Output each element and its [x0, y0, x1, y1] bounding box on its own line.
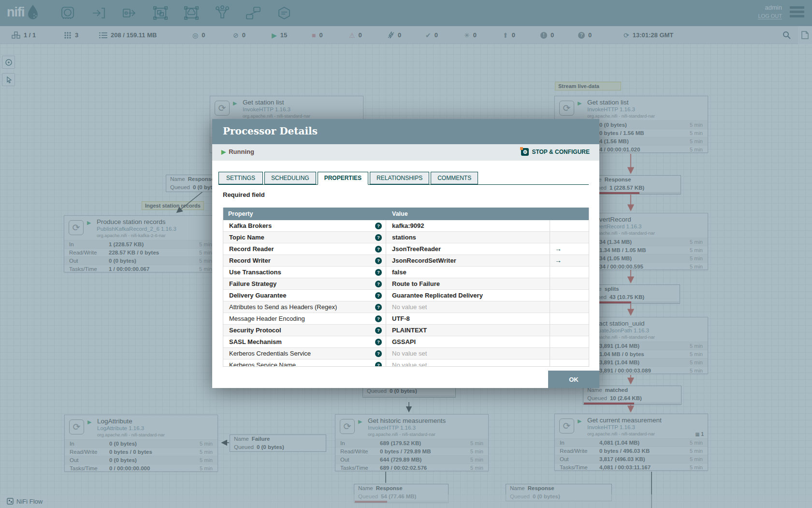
- tab-comments[interactable]: COMMENTS: [431, 172, 478, 184]
- table-row[interactable]: Delivery Guarantee? Guarantee Replicated…: [223, 290, 589, 301]
- dialog-tabs: SETTINGS SCHEDULING PROPERTIES RELATIONS…: [218, 172, 589, 185]
- property-name: Topic Name: [229, 234, 264, 241]
- property-name: Failure Strategy: [229, 280, 276, 287]
- table-row[interactable]: Kafka Brokers? kafka:9092: [223, 220, 589, 232]
- table-row[interactable]: Topic Name? stations: [223, 232, 589, 243]
- dialog-titlebar: Processor Details: [212, 119, 599, 144]
- help-icon[interactable]: ?: [375, 304, 382, 311]
- property-name: Use Transactions: [229, 269, 281, 276]
- required-field-note: Required field: [223, 191, 265, 198]
- go-to-service-icon[interactable]: →: [550, 255, 589, 266]
- table-row[interactable]: Message Header Encoding? UTF-8: [223, 313, 589, 325]
- property-value: Route to Failure: [392, 280, 440, 287]
- ok-button[interactable]: OK: [548, 371, 599, 388]
- property-value: PLAINTEXT: [392, 327, 427, 334]
- help-icon[interactable]: ?: [375, 234, 382, 241]
- processor-details-dialog: Processor Details ▶Running ⚙ STOP & CONF…: [212, 119, 599, 388]
- help-icon[interactable]: ?: [375, 315, 382, 322]
- property-value: No value set: [392, 350, 427, 357]
- table-header: Property Value: [223, 208, 589, 220]
- help-icon[interactable]: ?: [375, 269, 382, 276]
- tab-relationships[interactable]: RELATIONSHIPS: [370, 172, 429, 184]
- property-value: JsonRecordSetWriter: [392, 257, 456, 264]
- property-name: Attributes to Send as Headers (Regex): [229, 303, 337, 311]
- running-icon: ▶: [221, 149, 226, 155]
- help-icon[interactable]: ?: [375, 246, 382, 253]
- property-value: No value set: [392, 303, 427, 311]
- property-value: false: [392, 269, 406, 276]
- property-name: Kafka Brokers: [229, 222, 272, 229]
- property-value: stations: [392, 234, 416, 241]
- tab-settings[interactable]: SETTINGS: [218, 172, 263, 184]
- property-value: JsonTreeReader: [392, 245, 441, 253]
- stop-and-configure-button[interactable]: ⚙ STOP & CONFIGURE: [521, 148, 590, 156]
- property-value: Guarantee Replicated Delivery: [392, 292, 483, 299]
- table-row[interactable]: Kerberos Service Name? No value set: [223, 359, 589, 367]
- property-value: kafka:9092: [392, 222, 424, 229]
- property-column-header: Property: [223, 208, 386, 220]
- run-status: ▶Running: [221, 148, 254, 155]
- property-name: Record Writer: [229, 257, 271, 264]
- help-icon[interactable]: ?: [375, 223, 382, 229]
- property-name: Record Reader: [229, 245, 274, 253]
- nifi-app: Stream live-data Ingest station records …: [0, 0, 812, 508]
- property-name: Kerberos Credentials Service: [229, 350, 311, 357]
- table-row[interactable]: Failure Strategy? Route to Failure: [223, 278, 589, 290]
- help-icon[interactable]: ?: [375, 362, 382, 367]
- help-icon[interactable]: ?: [375, 339, 382, 345]
- property-value: UTF-8: [392, 315, 410, 322]
- dialog-status-strip: ▶Running ⚙ STOP & CONFIGURE: [212, 144, 599, 161]
- help-icon[interactable]: ?: [375, 292, 382, 299]
- table-row[interactable]: Use Transactions? false: [223, 267, 589, 278]
- table-row[interactable]: Kerberos Credentials Service? No value s…: [223, 348, 589, 359]
- help-icon[interactable]: ?: [375, 281, 382, 287]
- help-icon[interactable]: ?: [375, 257, 382, 264]
- tab-properties[interactable]: PROPERTIES: [318, 172, 368, 185]
- gear-icon: ⚙: [521, 148, 529, 156]
- table-row[interactable]: Record Reader? JsonTreeReader →: [223, 243, 589, 255]
- tab-scheduling[interactable]: SCHEDULING: [264, 172, 316, 184]
- table-row[interactable]: Security Protocol? PLAINTEXT: [223, 325, 589, 336]
- help-icon[interactable]: ?: [375, 350, 382, 357]
- table-row[interactable]: Attributes to Send as Headers (Regex)? N…: [223, 301, 589, 313]
- go-to-service-icon[interactable]: →: [550, 243, 589, 254]
- table-row[interactable]: Record Writer? JsonRecordSetWriter →: [223, 255, 589, 267]
- property-name: Kerberos Service Name: [229, 361, 296, 367]
- table-row[interactable]: SASL Mechanism? GSSAPI: [223, 336, 589, 348]
- help-icon[interactable]: ?: [375, 327, 382, 334]
- property-name: SASL Mechanism: [229, 338, 282, 345]
- property-value: GSSAPI: [392, 338, 416, 345]
- properties-table: Property Value Kafka Brokers? kafka:9092…: [223, 208, 589, 367]
- value-column-header: Value: [386, 208, 589, 220]
- property-value: No value set: [392, 361, 427, 367]
- property-name: Delivery Guarantee: [229, 292, 287, 299]
- property-name: Security Protocol: [229, 327, 281, 334]
- dialog-title: Processor Details: [223, 125, 318, 137]
- property-name: Message Header Encoding: [229, 315, 305, 322]
